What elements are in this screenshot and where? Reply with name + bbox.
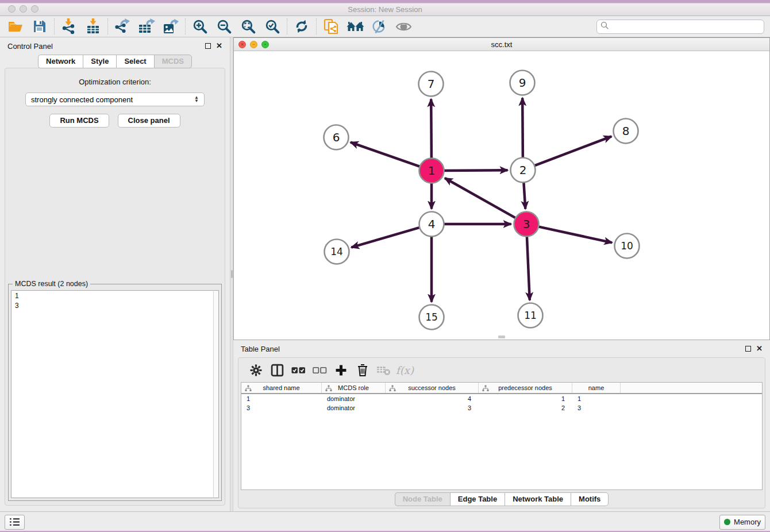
edge-2-8[interactable] [533, 136, 611, 166]
edge-3-11[interactable] [527, 235, 530, 300]
tab-network-table[interactable]: Network Table [505, 492, 571, 506]
network-zoom-button[interactable]: + [261, 41, 269, 48]
svg-text:9: 9 [519, 76, 526, 90]
delete-column-button[interactable] [352, 361, 373, 379]
tab-motifs[interactable]: Motifs [571, 492, 609, 506]
column-header-shared-name[interactable]: shared name [241, 383, 322, 393]
memory-button[interactable]: Memory [719, 515, 765, 530]
select-all-button[interactable] [288, 361, 309, 379]
zoom-out-button[interactable] [212, 17, 236, 36]
result-scrollbar[interactable] [213, 290, 219, 498]
close-panel-icon[interactable]: ✕ [216, 43, 222, 49]
toolbar-separator [54, 18, 55, 34]
table-cell: 2 [479, 404, 572, 411]
create-column-button[interactable] [330, 361, 352, 379]
network-close-button[interactable]: ✕ [238, 41, 246, 48]
edge-3-10[interactable] [537, 226, 612, 243]
control-panel-header: Control Panel ✕ [0, 37, 230, 55]
table-cell: 3 [572, 404, 621, 411]
table-row[interactable]: 1dominator411 [241, 394, 762, 403]
search-box[interactable] [596, 20, 764, 34]
save-session-button[interactable] [28, 17, 52, 36]
node-4[interactable]: 4 [419, 212, 444, 237]
svg-text:7: 7 [428, 77, 435, 91]
tab-select[interactable]: Select [116, 55, 153, 68]
export-image-icon [163, 19, 179, 34]
tab-network[interactable]: Network [38, 55, 83, 68]
float-table-panel-icon[interactable] [745, 346, 751, 352]
node-2[interactable]: 2 [511, 158, 536, 183]
close-table-panel-icon[interactable]: ✕ [756, 346, 763, 352]
toolbar-separator [287, 18, 287, 34]
close-panel-button[interactable]: Close panel [118, 114, 180, 128]
node-9[interactable]: 9 [510, 71, 535, 95]
table-toolbar: f(x) [238, 358, 765, 382]
zoom-window-button[interactable] [31, 5, 38, 13]
column-header-name[interactable]: name [572, 383, 621, 393]
duplicate-network-button[interactable] [319, 17, 343, 36]
table-row[interactable]: 3dominator323 [241, 403, 762, 413]
node-10[interactable]: 10 [615, 234, 640, 259]
edge-2-3[interactable] [523, 181, 525, 209]
node-3[interactable]: 3 [514, 212, 539, 237]
node-8[interactable]: 8 [614, 119, 638, 144]
table-panel-header: Table Panel ✕ [233, 340, 770, 357]
mcds-result-line: 1 [15, 291, 215, 301]
node-11[interactable]: 11 [518, 303, 543, 328]
zoom-in-button[interactable] [188, 17, 212, 36]
edge-2-9[interactable] [522, 98, 523, 160]
refresh-button[interactable] [290, 17, 314, 36]
hide-graphics-button[interactable] [367, 17, 391, 36]
float-panel-icon[interactable] [205, 43, 211, 49]
node-15[interactable]: 15 [419, 305, 444, 330]
edge-1-6[interactable] [351, 142, 422, 167]
tab-node-table[interactable]: Node Table [395, 492, 450, 506]
column-selector-button[interactable] [267, 361, 288, 379]
edge-1-7[interactable] [431, 99, 432, 160]
zoom-in-icon [192, 19, 208, 34]
import-network-button[interactable] [57, 17, 81, 36]
task-history-button[interactable] [5, 515, 25, 530]
edge-3-1[interactable] [445, 178, 517, 219]
mcds-panel: Optimization criterion: strongly connect… [5, 68, 225, 506]
close-window-button[interactable] [8, 5, 16, 13]
nested-network-button[interactable] [343, 17, 367, 36]
splitter-handle-icon[interactable] [231, 270, 233, 278]
column-header-mcds-role[interactable]: MCDS role [322, 383, 386, 393]
node-7[interactable]: 7 [419, 72, 444, 97]
run-mcds-button[interactable]: Run MCDS [49, 114, 109, 128]
toolbar-separator [185, 18, 186, 34]
search-input[interactable] [609, 22, 760, 31]
criterion-dropdown[interactable]: strongly connected component ▲▼ [25, 92, 205, 106]
table-body: 1dominator4113dominator323 [241, 394, 762, 413]
edge-1-2[interactable] [442, 170, 508, 171]
node-1[interactable]: 1 [419, 159, 444, 183]
settings-gear-button[interactable] [245, 361, 267, 379]
right-column: ✕ − + scc.txt 7968124314101511 Table Pan… [233, 37, 770, 511]
zoom-fit-button[interactable] [236, 17, 260, 36]
edge-4-14[interactable] [351, 227, 421, 247]
table-panel-title: Table Panel [241, 345, 280, 353]
tab-edge-table[interactable]: Edge Table [450, 492, 505, 506]
tab-mcds[interactable]: MCDS [154, 55, 192, 68]
show-details-button[interactable] [391, 17, 415, 36]
node-14[interactable]: 14 [325, 240, 349, 264]
deselect-all-button[interactable] [309, 361, 330, 379]
zoom-selected-button[interactable] [260, 17, 284, 36]
import-table-button[interactable] [81, 17, 105, 36]
minimize-window-button[interactable] [20, 5, 27, 13]
node-6[interactable]: 6 [324, 125, 349, 150]
open-session-button[interactable] [3, 17, 28, 36]
export-network-button[interactable] [110, 17, 134, 36]
network-resize-handle[interactable] [498, 336, 505, 338]
network-minimize-button[interactable]: − [250, 41, 257, 48]
tab-style[interactable]: Style [83, 55, 116, 68]
export-image-button[interactable] [159, 17, 183, 36]
table-cell: 1 [572, 395, 621, 402]
svg-text:14: 14 [330, 246, 343, 257]
export-table-button[interactable] [134, 17, 159, 36]
column-header-predecessor-nodes[interactable]: predecessor nodes [479, 383, 572, 393]
svg-text:8: 8 [622, 124, 630, 138]
network-canvas[interactable]: 7968124314101511 [234, 51, 769, 340]
column-header-successor-nodes[interactable]: successor nodes [386, 383, 479, 393]
